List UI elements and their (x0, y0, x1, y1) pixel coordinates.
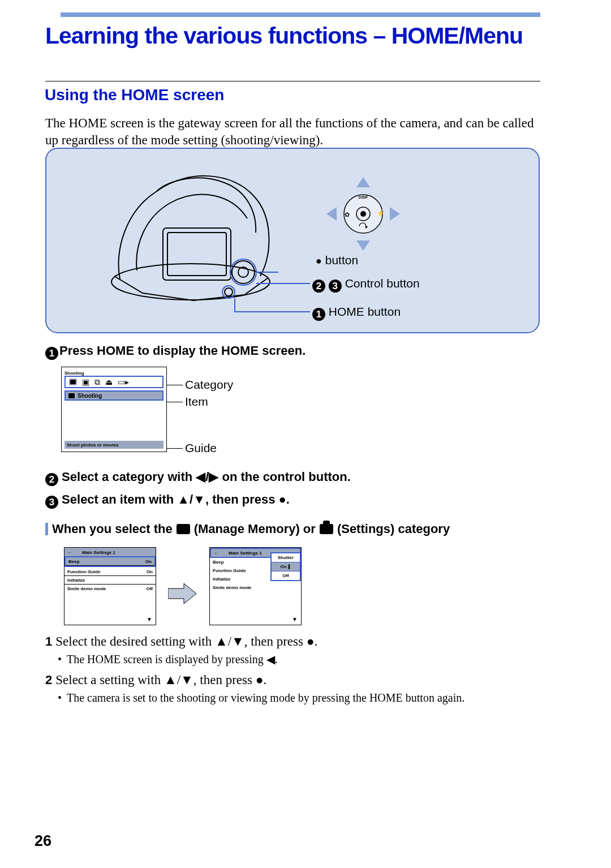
svg-marker-12 (390, 207, 400, 221)
heading-bar-icon (45, 523, 48, 535)
home-lcd-guide-row: Shoot photos or movies (64, 441, 163, 449)
leader-line (234, 311, 310, 312)
svg-rect-2 (167, 233, 226, 276)
svg-text:DISP: DISP (359, 195, 368, 199)
control-pad-illustration: DISP ⚡ ✿ (326, 177, 400, 251)
leader-line (256, 283, 310, 284)
home-screen-illustration: Shooting ▣ ⧉ ⏏ ▭▸ Shooting Shoot photos … (61, 367, 167, 452)
svg-marker-20 (168, 583, 196, 604)
scroll-down-icon: ▼ (147, 616, 152, 622)
sub-step-1-note: The HOME screen is displayed by pressing… (67, 652, 542, 667)
leader-line (167, 448, 183, 449)
step-3: 3 Select an item with ▲/▼, then press ●. (45, 492, 543, 509)
settings-screen-before: ←Main Settings 1 BeepOn Function GuideOn… (64, 547, 156, 625)
svg-point-5 (225, 288, 233, 296)
label-center-button: ● button (316, 253, 358, 267)
transition-arrow-icon (168, 583, 196, 604)
label-guide: Guide (185, 441, 217, 455)
svg-point-15 (360, 211, 366, 217)
settings-options-popup: Shutter On▍ Off (270, 552, 301, 581)
svg-rect-1 (163, 228, 231, 280)
scroll-down-icon: ▼ (292, 616, 298, 622)
section-title: Using the HOME screen (45, 86, 224, 104)
label-item: Item (185, 395, 208, 409)
svg-text:⚡: ⚡ (376, 209, 385, 217)
leader-line (234, 298, 235, 311)
manage-memory-icon (177, 524, 190, 534)
home-lcd-header: Shooting (64, 371, 163, 375)
svg-point-0 (111, 264, 270, 300)
step-1: 1Press HOME to display the HOME screen. (45, 343, 543, 360)
label-home-button: 1 HOME button (312, 305, 401, 321)
leader-line (167, 385, 183, 385)
svg-marker-11 (326, 207, 337, 221)
header-bar (61, 12, 540, 17)
illustration-panel: DISP ⚡ ✿ ● button 2 3 Control button 1 H… (45, 148, 540, 333)
leader-line (167, 402, 183, 402)
home-lcd-category-row: ▣ ⧉ ⏏ ▭▸ (64, 376, 163, 388)
label-control-button: 2 3 Control button (312, 277, 420, 293)
sub-step-2-note: The camera is set to the shooting or vie… (67, 690, 542, 706)
subheading-manage-memory-settings: When you select the (Manage Memory) or (… (45, 522, 543, 536)
settings-toolbox-icon (320, 524, 333, 534)
page-number: 26 (35, 832, 51, 850)
settings-header: ←Main Settings 1 (64, 548, 156, 557)
svg-marker-10 (356, 240, 370, 251)
section-rule (45, 81, 540, 81)
svg-point-3 (232, 261, 255, 283)
intro-text: The HOME screen is the gateway screen fo… (45, 115, 543, 149)
svg-marker-9 (356, 177, 370, 187)
step-2: 2 Select a category with ◀/▶ on the cont… (45, 470, 543, 486)
svg-text:✿: ✿ (345, 211, 350, 218)
sub-step-2: 2Select a setting with ▲/▼, then press ●… (45, 671, 543, 689)
sub-step-1: 1Select the desired setting with ▲/▼, th… (45, 633, 543, 650)
camera-illustration (103, 160, 278, 307)
page-title: Learning the various functions – HOME/Me… (45, 23, 523, 49)
home-lcd-item-row: Shooting (64, 390, 163, 401)
label-category: Category (185, 378, 233, 392)
svg-point-6 (230, 259, 256, 285)
